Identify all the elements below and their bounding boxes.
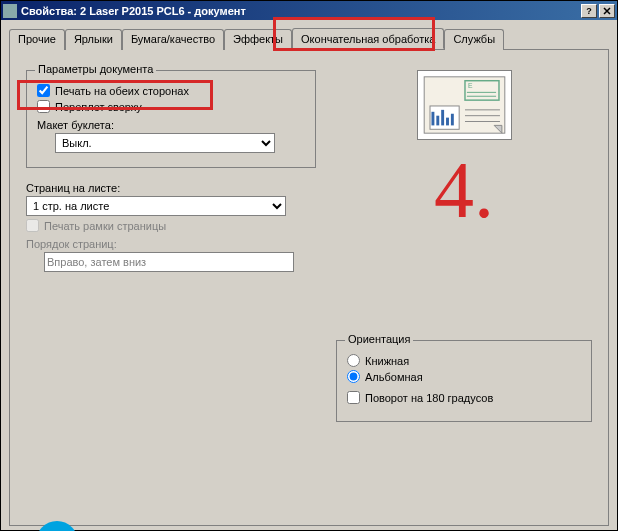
tab-other[interactable]: Прочие (9, 29, 65, 50)
titlebar: Свойства: 2 Laser P2015 PCL6 - документ … (1, 1, 617, 20)
bind-top-checkbox[interactable]: Переплет сверху (37, 100, 305, 113)
annotation-number: 4. (336, 150, 592, 230)
print-both-sides-label: Печать на обеих сторонах (55, 85, 189, 97)
pages-per-sheet-select[interactable]: 1 стр. на листе (26, 196, 286, 216)
orientation-group: Ориентация Книжная Альбомная Поворот на … (336, 340, 592, 422)
print-borders-checkbox: Печать рамки страницы (26, 219, 316, 232)
document-params-group: Параметры документа Печать на обеих стор… (26, 70, 316, 168)
tab-paper-quality[interactable]: Бумага/качество (122, 29, 224, 50)
titlebar-buttons: ? (581, 4, 615, 18)
print-borders-label: Печать рамки страницы (44, 220, 166, 232)
tab-finishing[interactable]: Окончательная обработка (292, 28, 444, 49)
portrait-label: Книжная (365, 355, 409, 367)
booklet-select[interactable]: Выкл. (55, 133, 275, 153)
printer-icon (3, 4, 17, 18)
window-title: Свойства: 2 Laser P2015 PCL6 - документ (21, 5, 581, 17)
bind-top-label: Переплет сверху (55, 101, 142, 113)
print-both-sides-input[interactable] (37, 84, 50, 97)
rotate-180-input[interactable] (347, 391, 360, 404)
pages-per-sheet-label: Страниц на листе: (26, 182, 316, 194)
orientation-landscape[interactable]: Альбомная (347, 370, 581, 383)
close-button[interactable] (599, 4, 615, 18)
tab-shortcuts[interactable]: Ярлыки (65, 29, 122, 50)
tab-strip: Прочие Ярлыки Бумага/качество Эффекты Ок… (9, 28, 609, 49)
rotate-180-checkbox[interactable]: Поворот на 180 градусов (347, 391, 581, 404)
booklet-label: Макет буклета: (37, 119, 305, 131)
landscape-label: Альбомная (365, 371, 423, 383)
tab-services[interactable]: Службы (444, 29, 504, 50)
page-preview: E (417, 70, 512, 140)
preview-icon: E (418, 71, 511, 139)
bind-top-input[interactable] (37, 100, 50, 113)
print-borders-input (26, 219, 39, 232)
orientation-legend: Ориентация (345, 333, 413, 345)
properties-window: Свойства: 2 Laser P2015 PCL6 - документ … (0, 0, 618, 531)
document-params-legend: Параметры документа (35, 63, 156, 75)
hp-logo: hp (36, 521, 78, 531)
tab-panel: Параметры документа Печать на обеих стор… (9, 49, 609, 526)
page-order-input (44, 252, 294, 272)
rotate-180-label: Поворот на 180 градусов (365, 392, 493, 404)
help-button[interactable]: ? (581, 4, 597, 18)
close-icon (603, 7, 611, 15)
print-both-sides-checkbox[interactable]: Печать на обеих сторонах (37, 84, 305, 97)
landscape-radio[interactable] (347, 370, 360, 383)
portrait-radio[interactable] (347, 354, 360, 367)
client-area: Прочие Ярлыки Бумага/качество Эффекты Ок… (1, 20, 617, 530)
orientation-portrait[interactable]: Книжная (347, 354, 581, 367)
tab-effects[interactable]: Эффекты (224, 29, 292, 50)
page-order-label: Порядок страниц: (26, 238, 316, 250)
svg-text:E: E (467, 82, 472, 89)
footer: hp О программе... Справка (26, 515, 592, 531)
